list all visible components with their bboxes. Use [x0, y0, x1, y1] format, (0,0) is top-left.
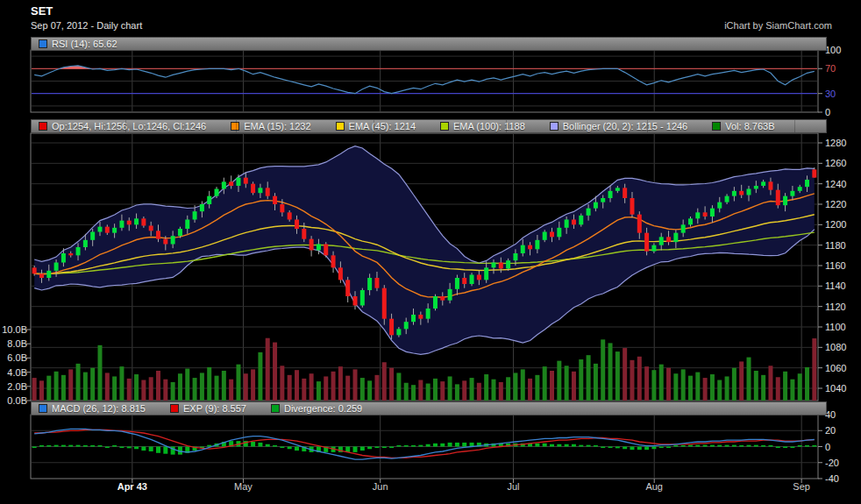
- volume-swatch-icon: [712, 122, 721, 131]
- legend-label: Vol: 8.763B: [725, 121, 774, 131]
- legend-grid-line: [125, 120, 126, 132]
- legend-label: Op:1254, Hi:1256, Lo:1246, Cl:1246: [52, 121, 206, 131]
- rsi-axis-label: 0: [825, 108, 830, 117]
- legend-label: Divergence: 0.259: [284, 403, 362, 414]
- price-axis-label: 1060: [825, 363, 846, 373]
- price-axis-label: 1080: [825, 343, 846, 352]
- legend-grid-line: [647, 120, 648, 132]
- legend-label: EMA (45): 1214: [349, 121, 416, 131]
- month-label: Apr 43: [117, 481, 147, 492]
- chart-subtitle: Sep 07, 2012 - Daily chart: [31, 20, 142, 31]
- legend-item-volume: Vol: 8.763B: [712, 121, 774, 131]
- exp-swatch-icon: [170, 404, 179, 413]
- watermark: iChart by SiamChart.com: [724, 20, 832, 31]
- price-axis-label: 1040: [825, 384, 846, 394]
- month-label: Jun: [373, 481, 388, 492]
- legend-item-bollinger: Bollinger (20, 2): 1215 - 1246: [550, 121, 687, 131]
- price-axis-label: 1240: [825, 179, 846, 188]
- macd-swatch-icon: [39, 404, 47, 413]
- price-axis-label: 1200: [825, 220, 846, 230]
- legend-grid-line: [506, 120, 507, 132]
- rsi-axis-label: 30: [825, 89, 836, 98]
- legend-item-ema100: EMA (100): 1188: [440, 121, 525, 131]
- month-label: May: [234, 481, 253, 492]
- legend-item-macd: MACD (26, 12): 8.815: [39, 403, 146, 414]
- legend-item-ohlc: Op:1254, Hi:1256, Lo:1246, Cl:1246: [39, 121, 206, 131]
- legend-grid-line: [374, 120, 374, 132]
- ema45-swatch-icon: [336, 122, 345, 131]
- volume-axis-label: 8.0B: [0, 339, 27, 349]
- price-axis-label: 1280: [825, 138, 846, 148]
- legend-label: EXP (9): 8.557: [183, 403, 246, 414]
- macd-axis-label: -40: [825, 474, 839, 484]
- rsi-legend-bar: RSI (14): 65.62: [31, 37, 827, 51]
- legend-item-rsi: RSI (14): 65.62: [39, 39, 117, 49]
- volume-axis-label: 4.0B: [0, 367, 27, 377]
- price-axis-label: 1120: [825, 302, 846, 311]
- price-axis-label: 1260: [825, 159, 846, 168]
- price-axis-label: 1160: [825, 261, 846, 271]
- volume-axis-label: 6.0B: [0, 353, 27, 363]
- legend-item-divergence: Divergence: 0.259: [271, 403, 362, 414]
- legend-grid-line: [794, 120, 795, 132]
- macd-axis-label: -20: [825, 458, 839, 467]
- legend-item-ema45: EMA (45): 1214: [336, 121, 416, 131]
- chart-canvas: [0, 0, 861, 504]
- rsi-axis-label: 70: [825, 64, 836, 74]
- ema100-swatch-icon: [440, 122, 449, 131]
- ema15-swatch-icon: [231, 122, 239, 131]
- volume-axis-label: 10.0B: [0, 325, 27, 335]
- month-label: Sep: [793, 481, 810, 492]
- price-axis-label: 1100: [825, 323, 846, 332]
- price-axis-label: 1140: [825, 281, 846, 291]
- main-legend-bar: Op:1254, Hi:1256, Lo:1246, Cl:1246EMA (1…: [31, 119, 827, 133]
- legend-label: Bollinger (20, 2): 1215 - 1246: [563, 121, 687, 131]
- rsi-swatch-icon: [39, 39, 47, 48]
- legend-label: EMA (15): 1232: [244, 121, 310, 131]
- legend-label: MACD (26, 12): 8.815: [52, 403, 146, 414]
- divergence-swatch-icon: [271, 404, 280, 413]
- volume-axis-label: 2.0B: [0, 381, 27, 391]
- macd-legend-bar: MACD (26, 12): 8.815EXP (9): 8.557Diverg…: [31, 401, 827, 415]
- ohlc-swatch-icon: [39, 122, 47, 131]
- month-label: Aug: [645, 481, 663, 492]
- macd-axis-label: 0: [825, 442, 830, 451]
- legend-grid-line: [236, 120, 237, 132]
- legend-item-ema15: EMA (15): 1232: [231, 121, 310, 131]
- bollinger-swatch-icon: [550, 122, 559, 131]
- volume-axis-label: 0.0B: [0, 396, 27, 406]
- price-axis-label: 1180: [825, 240, 846, 250]
- ichart-app: SET Sep 07, 2012 - Daily chart iChart by…: [0, 0, 861, 504]
- price-axis-label: 1220: [825, 200, 846, 209]
- legend-item-exp: EXP (9): 8.557: [170, 403, 246, 414]
- macd-axis-label: 20: [825, 426, 836, 436]
- legend-label: EMA (100): 1188: [453, 121, 525, 131]
- rsi-axis-label: 100: [825, 46, 841, 55]
- symbol-title: SET: [31, 4, 53, 18]
- legend-label: RSI (14): 65.62: [52, 39, 117, 49]
- month-label: Jul: [507, 481, 519, 492]
